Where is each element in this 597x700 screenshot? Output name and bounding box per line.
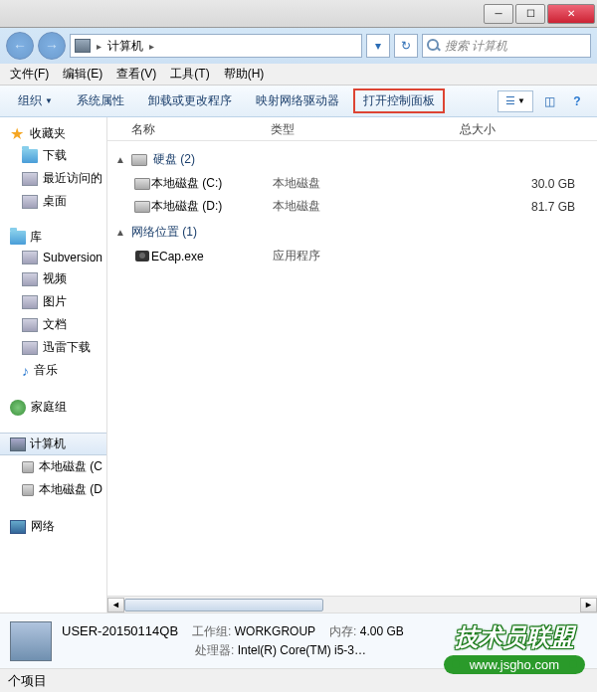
menu-help[interactable]: 帮助(H) [218, 64, 271, 85]
refresh-button[interactable]: ↻ [394, 34, 418, 58]
details-cpu: Intel(R) Core(TM) i5-3… [238, 643, 366, 657]
sidebar-item-label: 视频 [43, 270, 67, 287]
breadcrumb[interactable]: ▸ 计算机 ▸ [70, 34, 362, 58]
camera-icon [135, 251, 149, 262]
sidebar-item-label: 家庭组 [31, 399, 67, 416]
column-type[interactable]: 类型 [265, 117, 454, 140]
sidebar-item-label: 本地磁盘 (C [39, 458, 102, 475]
list-item[interactable]: 本地磁盘 (D:) 本地磁盘 81.7 GB [107, 195, 597, 218]
nav-forward-button[interactable]: → [38, 32, 66, 60]
details-workgroup-label: 工作组: [192, 624, 231, 638]
doc-icon [22, 318, 38, 332]
sidebar-item-recent[interactable]: 最近访问的 [0, 167, 106, 190]
breadcrumb-dropdown[interactable]: ▾ [366, 34, 390, 58]
computer-icon [10, 438, 26, 451]
group-network[interactable]: ▲ 网络位置 (1) [107, 218, 597, 245]
toolbar-uninstall[interactable]: 卸载或更改程序 [138, 88, 242, 113]
sidebar-label: 库 [30, 229, 42, 246]
library-icon [10, 231, 26, 245]
drive-icon [131, 154, 147, 166]
sidebar-item-music[interactable]: ♪音乐 [0, 359, 106, 382]
scroll-thumb[interactable] [124, 599, 323, 612]
menu-edit[interactable]: 编辑(E) [57, 64, 108, 85]
list-item[interactable]: 本地磁盘 (C:) 本地磁盘 30.0 GB [107, 172, 597, 195]
preview-pane-button[interactable]: ◫ [537, 90, 561, 112]
close-button[interactable]: ✕ [547, 4, 595, 24]
sidebar-item-desktop[interactable]: 桌面 [0, 190, 106, 213]
toolbar-control-panel[interactable]: 打开控制面板 [353, 88, 445, 113]
address-bar: ← → ▸ 计算机 ▸ ▾ ↻ 搜索 计算机 [0, 28, 597, 64]
recent-icon [22, 172, 38, 186]
drive-icon [22, 484, 34, 496]
computer-icon [10, 621, 52, 661]
item-type: 本地磁盘 [273, 198, 462, 215]
sidebar-homegroup[interactable]: 家庭组 [0, 396, 106, 419]
details-workgroup: WORKGROUP [235, 624, 315, 638]
sidebar-item-documents[interactable]: 文档 [0, 313, 106, 336]
menu-file[interactable]: 文件(F) [4, 64, 55, 85]
nav-back-button[interactable]: ← [6, 32, 34, 60]
sidebar-item-subversion[interactable]: Subversion [0, 248, 106, 267]
desktop-icon [22, 195, 38, 209]
item-type: 应用程序 [273, 248, 462, 264]
list-item[interactable]: ECap.exe 应用程序 [107, 245, 597, 267]
sidebar-network[interactable]: 网络 [0, 515, 106, 538]
video-icon [22, 272, 38, 286]
star-icon: ★ [10, 126, 26, 142]
details-memory-label: 内存: [329, 624, 356, 638]
scroll-left-button[interactable]: ◄ [107, 598, 124, 612]
minimize-button[interactable]: ─ [484, 4, 513, 24]
help-icon: ? [573, 94, 580, 108]
organize-label: 组织 [18, 92, 42, 109]
chevron-down-icon: ▾ [375, 39, 381, 53]
music-icon: ♪ [22, 363, 29, 379]
download-icon [22, 341, 38, 355]
menubar: 文件(F) 编辑(E) 查看(V) 工具(T) 帮助(H) [0, 64, 597, 86]
sidebar-item-label: 桌面 [43, 193, 67, 210]
sidebar-item-pictures[interactable]: 图片 [0, 290, 106, 313]
column-size[interactable]: 总大小 [454, 117, 597, 140]
picture-icon [22, 295, 38, 309]
details-pane: USER-20150114QB 工作组: WORKGROUP 内存: 4.00 … [0, 612, 597, 668]
toolbar-map-drive[interactable]: 映射网络驱动器 [246, 88, 349, 113]
sidebar-favorites-header[interactable]: ★ 收藏夹 [0, 123, 106, 144]
horizontal-scrollbar[interactable]: ◄ ► [107, 596, 597, 612]
sidebar-item-downloads[interactable]: 下载 [0, 144, 106, 167]
menu-view[interactable]: 查看(V) [110, 64, 162, 85]
maximize-icon: ☐ [526, 9, 535, 19]
sidebar-libraries-header[interactable]: 库 [0, 227, 106, 248]
view-mode-button[interactable]: ☰ ▼ [498, 90, 533, 112]
sidebar-item-drive-c[interactable]: 本地磁盘 (C [0, 455, 106, 478]
sidebar-computer-header[interactable]: 计算机 [0, 433, 106, 455]
group-drives[interactable]: ▲ 硬盘 (2) [107, 145, 597, 172]
file-listing: ▲ 硬盘 (2) 本地磁盘 (C:) 本地磁盘 30.0 GB 本地磁盘 (D:… [107, 141, 597, 596]
menu-tools[interactable]: 工具(T) [164, 64, 215, 85]
chevron-down-icon: ▼ [517, 96, 525, 105]
drive-icon [22, 461, 34, 473]
group-title: 网络位置 (1) [131, 224, 197, 241]
sidebar-item-label: Subversion [43, 251, 102, 264]
chevron-right-icon: ▸ [97, 41, 101, 52]
maximize-button[interactable]: ☐ [515, 4, 545, 24]
organize-button[interactable]: 组织 ▼ [8, 88, 63, 113]
group-title: 硬盘 (2) [153, 151, 195, 168]
sidebar-item-label: 文档 [43, 316, 67, 333]
scroll-track[interactable] [124, 598, 580, 612]
breadcrumb-location[interactable]: 计算机 [107, 38, 143, 55]
refresh-icon: ↻ [401, 39, 411, 53]
close-icon: ✕ [567, 9, 575, 19]
folder-icon [22, 149, 38, 163]
status-bar: 个项目 [0, 668, 597, 692]
sidebar-item-drive-d[interactable]: 本地磁盘 (D [0, 478, 106, 501]
toolbar-system-properties[interactable]: 系统属性 [67, 88, 134, 113]
network-icon [10, 520, 26, 534]
scroll-right-button[interactable]: ► [580, 598, 597, 612]
minimize-icon: ─ [495, 9, 501, 19]
help-button[interactable]: ? [565, 90, 589, 112]
window-titlebar: ─ ☐ ✕ [0, 0, 597, 28]
search-input[interactable]: 搜索 计算机 [422, 34, 591, 58]
column-name[interactable]: 名称 [125, 117, 265, 140]
sidebar-item-xunlei[interactable]: 迅雷下载 [0, 336, 106, 359]
sidebar-item-videos[interactable]: 视频 [0, 267, 106, 290]
item-type: 本地磁盘 [273, 175, 462, 192]
